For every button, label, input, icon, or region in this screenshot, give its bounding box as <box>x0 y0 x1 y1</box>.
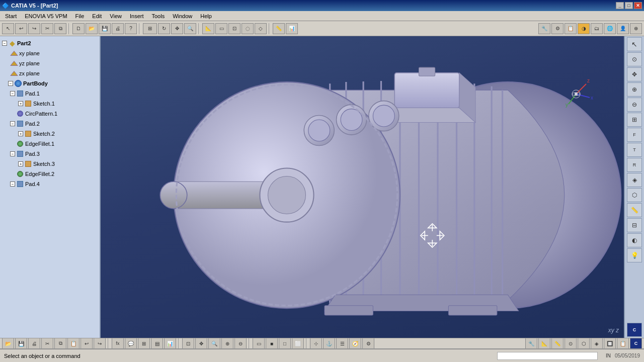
btb-open[interactable]: 📂 <box>2 338 14 349</box>
btb-compass[interactable]: 🧭 <box>349 338 361 349</box>
rp-rotate[interactable]: ⊙ <box>627 52 642 66</box>
btb-zoom-out[interactable]: ⊖ <box>234 338 247 349</box>
rp-zoom-in[interactable]: ⊕ <box>627 82 642 97</box>
tb-save[interactable]: 💾 <box>99 23 111 34</box>
restore-button[interactable]: □ <box>625 2 633 9</box>
btb-right6[interactable]: ◈ <box>591 338 603 349</box>
btb-constraint[interactable]: ⊡ <box>182 338 194 349</box>
tb-right1[interactable]: 🔧 <box>538 23 550 34</box>
btb-zoom-all[interactable]: 🔍 <box>208 338 220 349</box>
menu-file[interactable]: File <box>71 12 89 20</box>
tree-edgefillet1[interactable]: EdgeFillet.1 <box>0 139 100 149</box>
rp-section[interactable]: ⬡ <box>627 188 642 202</box>
btb-chat[interactable]: 💬 <box>125 338 137 349</box>
btb-undo[interactable]: ↩ <box>80 338 93 349</box>
menu-window[interactable]: Window <box>169 12 196 20</box>
tb-help[interactable]: ? <box>125 23 137 34</box>
menu-enovia[interactable]: ENOVIA V5 VPM <box>21 12 71 20</box>
rp-zoom-out[interactable]: ⊖ <box>627 98 642 112</box>
btb-right7[interactable]: 🔲 <box>604 338 616 349</box>
btb-shaded[interactable]: ■ <box>266 338 278 349</box>
btb-chart[interactable]: 📊 <box>164 338 176 349</box>
tb-measure[interactable]: 📏 <box>273 23 285 34</box>
tree-yz-plane[interactable]: yz plane <box>0 58 100 68</box>
collapse-pad3[interactable]: − <box>10 151 15 156</box>
rp-right[interactable]: R <box>627 158 642 172</box>
collapse-pad2[interactable]: − <box>10 121 15 126</box>
tb-fit[interactable]: ⊞ <box>143 23 157 34</box>
menu-help[interactable]: Help <box>196 12 216 20</box>
collapse-part2[interactable]: − <box>2 41 7 46</box>
rp-iso[interactable]: ◈ <box>627 173 642 187</box>
rp-pan[interactable]: ✥ <box>627 67 642 81</box>
tb-chamfer[interactable]: ◇ <box>255 23 267 34</box>
btb-right5[interactable]: ⬡ <box>578 338 590 349</box>
btb-snap[interactable]: ⊹ <box>310 338 322 349</box>
tb-copy[interactable]: ⧉ <box>54 23 66 34</box>
btb-hidden[interactable]: ⬜ <box>292 338 304 349</box>
tb-zoom[interactable]: 🔍 <box>184 23 196 34</box>
tree-pad4[interactable]: − Pad.4 <box>0 179 100 189</box>
btb-wire[interactable]: □ <box>279 338 291 349</box>
tree-circpattern1[interactable]: CircPattern.1 <box>0 109 100 119</box>
tb-print[interactable]: 🖨 <box>112 23 124 34</box>
tb-right3[interactable]: 📋 <box>565 23 577 34</box>
collapse-partbody[interactable]: − <box>8 81 13 86</box>
btb-right3[interactable]: 📏 <box>551 338 564 349</box>
btb-normal[interactable]: ▭ <box>253 338 265 349</box>
tb-new[interactable]: 🗋 <box>72 23 85 34</box>
btb-redo[interactable]: ↪ <box>94 338 106 349</box>
collapse-pad4[interactable]: − <box>10 182 15 187</box>
rp-front[interactable]: F <box>627 128 642 142</box>
tb-rotate[interactable]: ↻ <box>158 23 170 34</box>
rp-layers[interactable]: ⊟ <box>627 218 642 232</box>
status-input-field[interactable] <box>497 352 598 360</box>
menu-tools[interactable]: Tools <box>147 12 169 20</box>
rp-fit[interactable]: ⊞ <box>627 113 642 127</box>
btb-save[interactable]: 💾 <box>15 338 27 349</box>
btb-copy[interactable]: ⧉ <box>54 338 66 349</box>
tree-sketch1[interactable]: + Sketch.1 <box>0 99 100 109</box>
tree-sketch2[interactable]: + Sketch.2 <box>0 129 100 139</box>
tb-redo[interactable]: ↪ <box>28 23 40 34</box>
menu-edit[interactable]: Edit <box>88 12 106 20</box>
menu-insert[interactable]: Insert <box>126 12 148 20</box>
btb-right1[interactable]: 🔧 <box>525 338 537 349</box>
btb-ref[interactable]: ☰ <box>336 338 348 349</box>
tb-cut[interactable]: ✂ <box>41 23 53 34</box>
btb-anchor[interactable]: ⚓ <box>323 338 335 349</box>
tb-right4[interactable]: ◑ <box>578 23 590 34</box>
rp-material[interactable]: ◐ <box>627 233 642 247</box>
tree-sketch3[interactable]: + Sketch.3 <box>0 159 100 169</box>
btb-right2[interactable]: 📐 <box>538 338 550 349</box>
rp-render[interactable]: 💡 <box>627 248 642 262</box>
minimize-button[interactable]: _ <box>616 2 624 9</box>
tb-sketch[interactable]: 📐 <box>202 23 214 34</box>
tb-pad[interactable]: ▭ <box>215 23 227 34</box>
menu-start[interactable]: Start <box>1 12 21 20</box>
rp-top[interactable]: T <box>627 143 642 157</box>
collapse-pad1[interactable]: − <box>10 91 15 96</box>
tree-edgefillet2[interactable]: EdgeFillet.2 <box>0 169 100 179</box>
tb-select[interactable]: ↖ <box>2 23 14 34</box>
tree-partbody[interactable]: − PartBody <box>0 78 100 88</box>
tree-zx-plane[interactable]: zx plane <box>0 68 100 78</box>
btb-zoom-in[interactable]: ⊕ <box>221 338 233 349</box>
tree-xy-plane[interactable]: xy plane <box>0 48 100 58</box>
viewport[interactable]: z x y xy z <box>101 36 624 338</box>
btb-cut[interactable]: ✂ <box>41 338 53 349</box>
menu-view[interactable]: View <box>106 12 126 20</box>
btb-table[interactable]: ▤ <box>151 338 163 349</box>
tb-right8[interactable]: ⊕ <box>630 23 642 34</box>
tb-right7[interactable]: 👤 <box>617 23 629 34</box>
btb-fx[interactable]: fx <box>112 338 124 349</box>
tb-analysis[interactable]: 📊 <box>286 23 298 34</box>
expand-sketch3[interactable]: + <box>18 161 23 166</box>
tb-fillet[interactable]: ◌ <box>242 23 254 34</box>
tb-right5[interactable]: 🗂 <box>591 23 603 34</box>
tree-pad1[interactable]: − Pad.1 <box>0 88 100 99</box>
expand-sketch1[interactable]: + <box>18 101 23 106</box>
tb-right2[interactable]: ⚙ <box>551 23 564 34</box>
close-button[interactable]: ✕ <box>634 2 642 9</box>
btb-print[interactable]: 🖨 <box>28 338 40 349</box>
